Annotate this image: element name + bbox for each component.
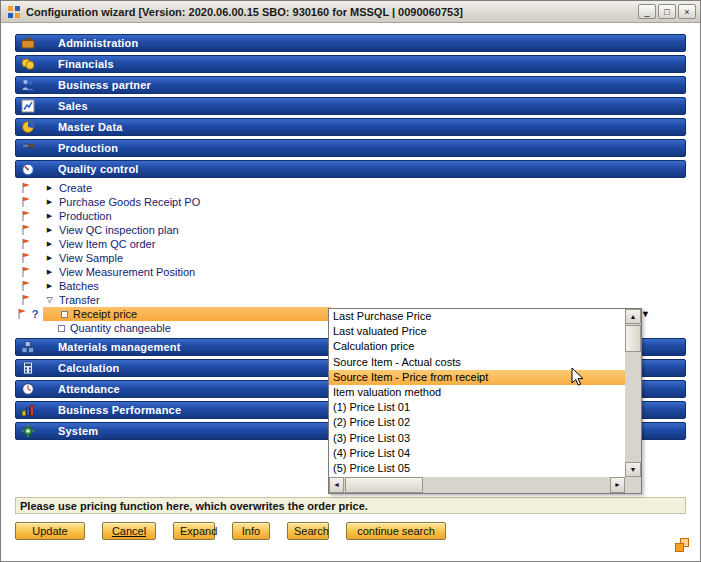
section-administration[interactable]: Administration xyxy=(15,34,686,52)
checkbox-icon xyxy=(58,325,65,332)
tree-item-label: Batches xyxy=(59,280,99,292)
chevron-right-icon: ▶ xyxy=(45,267,54,277)
quality-control-icon xyxy=(20,162,36,176)
tree-item-create[interactable]: ▶ Create xyxy=(15,181,686,195)
expand-button[interactable]: Expand xyxy=(173,522,215,540)
section-sales[interactable]: Sales xyxy=(15,97,686,115)
update-button[interactable]: Update xyxy=(15,522,85,540)
selected-tree-highlight[interactable]: Receipt price xyxy=(43,307,331,321)
dropdown-item[interactable]: Last Purchase Price xyxy=(329,309,625,324)
section-production[interactable]: Production xyxy=(15,139,686,157)
minimize-button[interactable]: _ xyxy=(638,4,656,19)
flag-icon xyxy=(21,280,31,292)
scrollbar-corner xyxy=(625,477,641,493)
scroll-left-button[interactable]: ◄ xyxy=(329,477,344,493)
section-quality-control[interactable]: Quality control xyxy=(15,160,686,178)
tree-item-view-qc-inspection-plan[interactable]: ▶ View QC inspection plan xyxy=(15,223,686,237)
tree-item-purchase-goods-receipt-po[interactable]: ▶ Purchase Goods Receipt PO xyxy=(15,195,686,209)
section-label: Business Performance xyxy=(58,404,181,416)
horizontal-scroll-thumb[interactable] xyxy=(345,477,423,493)
materials-management-icon xyxy=(20,340,36,354)
continue-search-button[interactable]: continue search xyxy=(346,522,446,540)
resize-grip-icon[interactable] xyxy=(674,537,690,553)
tree-item-label: Purchase Goods Receipt PO xyxy=(59,196,200,208)
flag-icon xyxy=(21,224,31,236)
tree-item-label: Receipt price xyxy=(73,308,137,320)
flag-icon xyxy=(21,294,31,306)
dropdown-item[interactable]: (3) Price List 03 xyxy=(329,431,625,446)
master-data-icon xyxy=(20,120,36,134)
flag-icon xyxy=(21,196,31,208)
scroll-up-button[interactable]: ▲ xyxy=(625,309,641,324)
dropdown-item[interactable]: Item valuation method xyxy=(329,385,625,400)
sales-icon xyxy=(20,99,36,113)
tree-item-batches[interactable]: ▶ Batches xyxy=(15,279,686,293)
section-label: Business partner xyxy=(58,79,151,91)
tree-item-transfer[interactable]: ▽ Transfer xyxy=(15,293,686,307)
section-business-partner[interactable]: Business partner xyxy=(15,76,686,94)
checkbox-icon xyxy=(61,311,68,318)
tree-item-label: Create xyxy=(59,182,92,194)
flag-icon xyxy=(21,266,31,278)
status-message: Please use pricing function here, which … xyxy=(20,500,368,512)
chevron-right-icon: ▶ xyxy=(45,183,54,193)
attendance-icon xyxy=(20,382,36,396)
info-button[interactable]: Info xyxy=(232,522,270,540)
titlebar: Configuration wizard [Version: 2020.06.0… xyxy=(1,1,700,23)
dropdown-item[interactable]: Calculation price xyxy=(329,339,625,354)
flag-icon xyxy=(21,210,31,222)
chevron-right-icon: ▶ xyxy=(45,197,54,207)
administration-icon xyxy=(20,36,36,50)
mouse-cursor xyxy=(571,367,585,387)
button-row: Update Cancel Expand Info Search continu… xyxy=(15,522,686,540)
tree-item-label: Transfer xyxy=(59,294,100,306)
chevron-right-icon: ▶ xyxy=(45,211,54,221)
flag-icon xyxy=(21,252,31,264)
scroll-right-button[interactable]: ► xyxy=(610,477,625,493)
section-label: Sales xyxy=(58,100,88,112)
flag-icon xyxy=(21,182,31,194)
section-financials[interactable]: Financials xyxy=(15,55,686,73)
section-label: Financials xyxy=(58,58,114,70)
tree-item-label: View QC inspection plan xyxy=(59,224,179,236)
section-label: Attendance xyxy=(58,383,120,395)
question-icon: ? xyxy=(29,308,41,320)
maximize-button[interactable]: □ xyxy=(658,4,676,19)
window-title: Configuration wizard [Version: 2020.06.0… xyxy=(26,6,638,18)
tree-item-label: View Sample xyxy=(59,252,123,264)
chevron-right-icon: ▶ xyxy=(45,239,54,249)
calculation-icon xyxy=(20,361,36,375)
close-button[interactable]: × xyxy=(678,4,696,19)
section-master-data[interactable]: Master Data xyxy=(15,118,686,136)
section-label: Production xyxy=(58,142,118,154)
tree-item-view-item-qc-order[interactable]: ▶ View Item QC order xyxy=(15,237,686,251)
tree-item-production[interactable]: ▶ Production xyxy=(15,209,686,223)
flag-icon xyxy=(21,238,31,250)
combo-arrow-icon[interactable]: ▼ xyxy=(641,309,650,319)
dropdown-item[interactable]: (5) Price List 05 xyxy=(329,461,625,476)
dropdown-item[interactable]: (1) Price List 01 xyxy=(329,400,625,415)
tree-item-label: View Item QC order xyxy=(59,238,155,250)
section-label: Calculation xyxy=(58,362,120,374)
vertical-scroll-thumb[interactable] xyxy=(625,325,641,352)
dropdown-item[interactable]: Last valuated Price xyxy=(329,324,625,339)
horizontal-scrollbar[interactable]: ◄ ► xyxy=(329,477,625,493)
flag-icon xyxy=(17,308,27,320)
tree-item-view-sample[interactable]: ▶ View Sample xyxy=(15,251,686,265)
financials-icon xyxy=(20,57,36,71)
vertical-scrollbar[interactable]: ▲ ▼ xyxy=(625,309,641,477)
dropdown-item[interactable]: (2) Price List 02 xyxy=(329,415,625,430)
chevron-right-icon: ▶ xyxy=(45,225,54,235)
production-icon xyxy=(20,141,36,155)
dropdown-item[interactable]: (4) Price List 04 xyxy=(329,446,625,461)
business-performance-icon xyxy=(20,403,36,417)
search-button[interactable]: Search xyxy=(287,522,329,540)
tree-item-view-measurement-position[interactable]: ▶ View Measurement Position xyxy=(15,265,686,279)
cancel-button[interactable]: Cancel xyxy=(102,522,156,540)
app-icon xyxy=(7,5,21,19)
chevron-down-icon: ▽ xyxy=(45,295,54,305)
scroll-down-button[interactable]: ▼ xyxy=(625,462,641,477)
system-icon xyxy=(20,424,36,438)
price-dropdown-list: Last Purchase Price Last valuated Price … xyxy=(328,308,642,494)
section-label: System xyxy=(58,425,98,437)
